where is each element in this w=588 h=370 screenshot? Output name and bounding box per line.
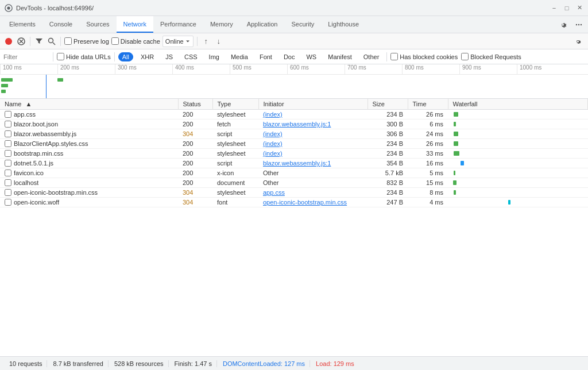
filter-input[interactable] xyxy=(3,53,49,60)
filter-type-all[interactable]: All xyxy=(118,52,133,61)
col-header-type[interactable]: Type xyxy=(212,99,258,110)
cell-name-9: open-iconic.woff xyxy=(0,198,178,207)
tab-memory[interactable]: Memory xyxy=(203,16,240,33)
cell-waterfall-6 xyxy=(448,168,588,178)
row-checkbox-4[interactable] xyxy=(5,150,11,157)
filter-type-doc[interactable]: Doc xyxy=(280,52,299,61)
tab-console[interactable]: Console xyxy=(42,16,79,33)
toolbar: Preserve log Disable cache Online ↑ ↓ xyxy=(0,33,588,49)
more-options-btn[interactable] xyxy=(572,18,586,32)
disable-cache-input[interactable] xyxy=(111,37,119,45)
tab-application[interactable]: Application xyxy=(240,16,285,33)
blocked-requests-checkbox[interactable]: Blocked Requests xyxy=(461,53,521,60)
filter-type-font[interactable]: Font xyxy=(256,52,276,61)
initiator-link-0[interactable]: (index) xyxy=(263,111,283,118)
tab-performance[interactable]: Performance xyxy=(153,16,203,33)
tab-sources[interactable]: Sources xyxy=(79,16,116,33)
cell-initiator-7: Other xyxy=(258,178,368,188)
cell-waterfall-9 xyxy=(448,198,588,207)
toolbar-sep-1 xyxy=(30,37,30,46)
filter-type-other[interactable]: Other xyxy=(359,52,384,61)
settings-icon-btn[interactable] xyxy=(556,18,570,32)
initiator-link-4[interactable]: (index) xyxy=(263,150,283,157)
search-button[interactable] xyxy=(47,36,57,47)
row-checkbox-8[interactable] xyxy=(5,189,11,196)
filter-type-img[interactable]: Img xyxy=(205,52,223,61)
preserve-log-input[interactable] xyxy=(64,37,72,45)
tab-lighthouse[interactable]: Lighthouse xyxy=(321,16,366,33)
row-checkbox-1[interactable] xyxy=(5,121,11,128)
col-header-waterfall[interactable]: Waterfall xyxy=(448,99,588,110)
has-blocked-cookies-checkbox[interactable]: Has blocked cookies xyxy=(390,53,458,60)
blocked-requests-input[interactable] xyxy=(461,53,469,60)
table-row[interactable]: blazor.boot.json 200 fetch blazor.webass… xyxy=(0,120,588,129)
table-row[interactable]: BlazorClientApp.styles.css 200 styleshee… xyxy=(0,139,588,149)
clear-button[interactable] xyxy=(16,36,26,47)
tab-elements[interactable]: Elements xyxy=(2,16,42,33)
table-row[interactable]: blazor.webassembly.js 304 script (index)… xyxy=(0,129,588,139)
col-header-time[interactable]: Time xyxy=(408,99,448,110)
table-row[interactable]: dotnet.5.0.1.js 200 script blazor.webass… xyxy=(0,159,588,168)
table-row[interactable]: bootstrap.min.css 200 stylesheet (index)… xyxy=(0,149,588,159)
row-checkbox-7[interactable] xyxy=(5,179,11,186)
cell-initiator-5: blazor.webassembly.js:1 xyxy=(258,159,368,168)
throttle-select[interactable]: Online xyxy=(163,36,194,47)
table-row[interactable]: favicon.ico 200 x-icon Other 5.7 kB 5 ms xyxy=(0,168,588,178)
tab-security[interactable]: Security xyxy=(284,16,321,33)
close-button[interactable]: ✕ xyxy=(575,4,583,12)
filter-type-ws[interactable]: WS xyxy=(302,52,320,61)
row-checkbox-0[interactable] xyxy=(5,111,11,118)
minimize-button[interactable]: − xyxy=(550,4,558,12)
maximize-button[interactable]: □ xyxy=(563,4,571,12)
row-checkbox-2[interactable] xyxy=(5,130,11,137)
cell-type-4: stylesheet xyxy=(212,149,258,159)
row-checkbox-6[interactable] xyxy=(5,169,11,176)
col-header-name[interactable]: Name ▲ xyxy=(0,99,178,110)
filter-type-css[interactable]: CSS xyxy=(180,52,202,61)
table-row[interactable]: open-iconic-bootstrap.min.css 304 styles… xyxy=(0,188,588,198)
initiator-link-5[interactable]: blazor.webassembly.js:1 xyxy=(263,160,331,167)
filter-type-manifest[interactable]: Manifest xyxy=(324,52,356,61)
initiator-link-9[interactable]: open-iconic-bootstrap.min.css xyxy=(263,199,347,206)
cell-initiator-3: (index) xyxy=(258,139,368,149)
hide-data-urls-checkbox[interactable]: Hide data URLs xyxy=(57,53,111,60)
row-checkbox-3[interactable] xyxy=(5,140,11,147)
initiator-link-2[interactable]: (index) xyxy=(263,130,283,137)
col-header-initiator[interactable]: Initiator xyxy=(258,99,368,110)
table-row[interactable]: localhost 200 document Other 832 B 15 ms xyxy=(0,178,588,188)
filter-bar: Hide data URLs All XHR JS CSS Img Media … xyxy=(0,49,588,64)
filter-type-media[interactable]: Media xyxy=(227,52,252,61)
record-button[interactable] xyxy=(3,36,14,47)
cell-type-5: script xyxy=(212,159,258,168)
disable-cache-checkbox[interactable]: Disable cache xyxy=(111,37,160,45)
initiator-link-8[interactable]: app.css xyxy=(263,189,285,196)
filter-type-js[interactable]: JS xyxy=(161,52,177,61)
tab-network[interactable]: Network xyxy=(117,16,153,33)
table-row[interactable]: app.css 200 stylesheet (index) 234 B 26 … xyxy=(0,110,588,120)
import-button[interactable]: ↑ xyxy=(201,36,211,47)
row-checkbox-9[interactable] xyxy=(5,199,11,206)
col-header-status[interactable]: Status xyxy=(178,99,212,110)
table-row[interactable]: open-iconic.woff 304 font open-iconic-bo… xyxy=(0,198,588,207)
hide-data-urls-input[interactable] xyxy=(57,53,64,60)
preserve-log-checkbox[interactable]: Preserve log xyxy=(64,37,109,45)
initiator-link-3[interactable]: (index) xyxy=(263,140,283,147)
cell-status-2: 304 xyxy=(178,129,212,139)
filter-type-xhr[interactable]: XHR xyxy=(137,52,158,61)
export-button[interactable]: ↓ xyxy=(214,36,224,47)
tl-overview-bar-2 xyxy=(1,84,8,87)
cell-size-6: 5.7 kB xyxy=(368,168,408,178)
cell-size-5: 354 B xyxy=(368,159,408,168)
cell-waterfall-7 xyxy=(448,178,588,188)
cell-initiator-0: (index) xyxy=(258,110,368,120)
has-blocked-cookies-input[interactable] xyxy=(390,53,398,60)
filter-toggle-button[interactable] xyxy=(34,36,44,47)
network-settings-button[interactable] xyxy=(571,34,585,48)
tl-overview-bar-4 xyxy=(1,90,6,93)
dom-content-loaded-line xyxy=(46,75,47,99)
row-checkbox-5[interactable] xyxy=(5,160,11,167)
network-table-wrapper[interactable]: Name ▲ Status Type Initiator Size Time W… xyxy=(0,99,588,356)
col-header-size[interactable]: Size xyxy=(368,99,408,110)
initiator-link-1[interactable]: blazor.webassembly.js:1 xyxy=(263,121,331,128)
cell-initiator-4: (index) xyxy=(258,149,368,159)
